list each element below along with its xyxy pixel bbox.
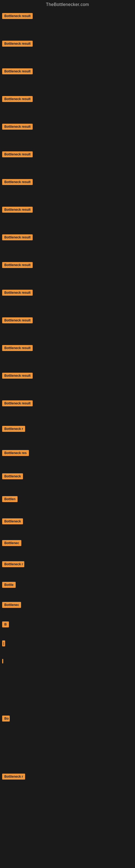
list-item: Bottleneck result	[0, 316, 135, 325]
bottleneck-badge: Bottleneck result	[2, 207, 33, 213]
bottleneck-badge: Bottleneck result	[2, 179, 33, 185]
list-item: Bottleneck result	[0, 371, 135, 380]
list-item: Bottleneck result	[0, 11, 135, 21]
list-item: Bottleneck result	[0, 150, 135, 159]
bottleneck-badge: Bottleneck r	[2, 774, 25, 780]
list-item: Bottleneck r	[0, 560, 135, 569]
list-item: B	[0, 620, 135, 629]
list-item: Bottlen	[0, 495, 135, 504]
bottleneck-badge: Bottleneck result	[2, 262, 33, 268]
bottleneck-badge: Bottleneck result	[2, 68, 33, 74]
bottleneck-badge: Bottleneck result	[2, 41, 33, 46]
list-item: Bottleneck r	[0, 424, 135, 433]
list-item	[0, 657, 135, 665]
bottleneck-badge: Bottlenec	[2, 602, 21, 608]
footer-spacer	[0, 781, 135, 863]
list-item: Bottle	[0, 580, 135, 589]
list-item: Bottlenec	[0, 538, 135, 548]
bottleneck-badge: Bottleneck	[2, 473, 23, 479]
bottleneck-badge: Bottleneck result	[2, 235, 33, 240]
site-header: TheBottlenecker.com	[0, 0, 135, 8]
bottleneck-badge: Bottlenec	[2, 540, 21, 546]
list-item: Bottleneck result	[0, 205, 135, 214]
list-item: Bottleneck result	[0, 94, 135, 104]
list-item: Bo	[0, 714, 135, 723]
list-item: Bottleneck result	[0, 122, 135, 131]
list-item: Bottleneck	[0, 517, 135, 526]
bottleneck-badge: Bottleneck res	[2, 450, 29, 456]
bottleneck-badge: Bottleneck result	[2, 124, 33, 130]
bottleneck-badge: Bottleneck result	[2, 13, 33, 19]
bottleneck-badge: Bottleneck result	[2, 151, 33, 157]
bottleneck-badge: Bottleneck result	[2, 317, 33, 323]
list-item: Bottleneck res	[0, 448, 135, 458]
bottleneck-badge: |	[2, 641, 5, 646]
list-item: Bottleneck result	[0, 39, 135, 48]
list-item: Bottlenec	[0, 600, 135, 610]
list-item: Bottleneck result	[0, 233, 135, 242]
list-item: Bottleneck result	[0, 343, 135, 352]
list-item: Bottleneck result	[0, 177, 135, 187]
list-item: Bottleneck result	[0, 67, 135, 76]
bottleneck-badge: Bottleneck result	[2, 373, 33, 379]
list-item: Bottleneck result	[0, 288, 135, 297]
list-item: Bottleneck result	[0, 399, 135, 408]
bottleneck-badge: Bottleneck r	[2, 561, 24, 567]
gap-spacer-2	[0, 723, 135, 772]
bottleneck-badge: Bo	[2, 716, 10, 721]
list-item: Bottleneck result	[0, 260, 135, 270]
bottleneck-badge: B	[2, 621, 9, 627]
list-item: Bottleneck r	[0, 772, 135, 781]
list-item: Bottleneck	[0, 472, 135, 481]
bottleneck-badge: Bottlen	[2, 496, 17, 502]
gap-spacer	[0, 665, 135, 714]
bottleneck-badge: Bottleneck result	[2, 345, 33, 351]
bottleneck-badge: Bottleneck result	[2, 96, 33, 102]
list-item: |	[0, 639, 135, 648]
bottleneck-badge: Bottleneck r	[2, 426, 25, 432]
bottleneck-badge: Bottleneck	[2, 518, 23, 524]
bottleneck-badge: Bottleneck result	[2, 290, 33, 296]
bottleneck-badge	[2, 659, 3, 663]
bottleneck-badge: Bottleneck result	[2, 400, 33, 406]
bottleneck-badge: Bottle	[2, 582, 16, 588]
site-title: TheBottlenecker.com	[0, 0, 135, 8]
